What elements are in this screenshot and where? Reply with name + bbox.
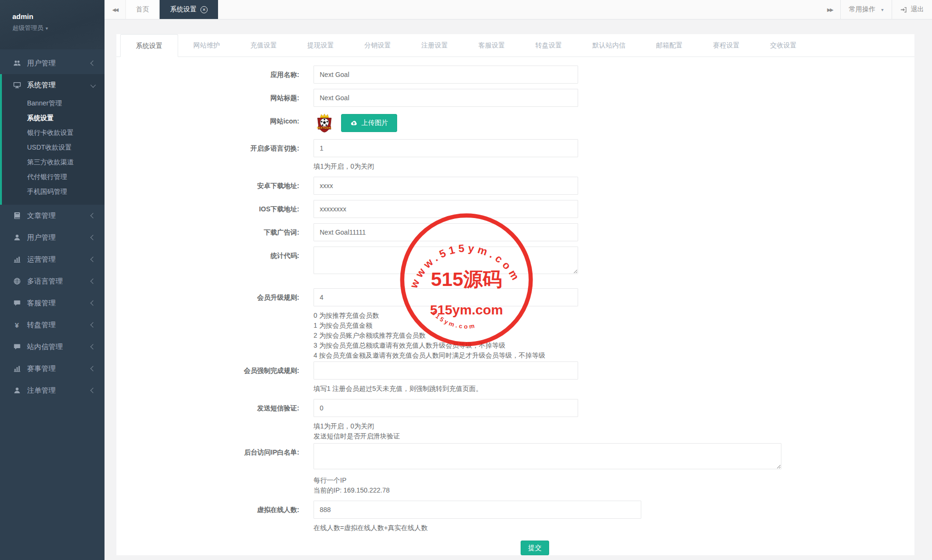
sidebar-item-label: 注单管理 — [27, 386, 91, 395]
username: admin — [12, 12, 105, 20]
sidebar-item-label: 站内信管理 — [27, 342, 91, 351]
scroll-tabs-left-button[interactable]: ◀◀ — [105, 0, 125, 19]
sidebar-item-match-mgmt[interactable]: 赛事管理 — [0, 358, 105, 380]
sidebar-item-article-mgmt[interactable]: 文章管理 — [0, 205, 105, 227]
users-icon — [12, 59, 21, 67]
submit-button[interactable]: 提交 — [521, 541, 549, 555]
sidebar-item-label: 用户管理 — [27, 233, 91, 242]
site-logo-image: NEXTGOAL — [314, 112, 335, 134]
sidebar-subitem-payout-bank-mgmt[interactable]: 代付银行管理 — [2, 170, 105, 184]
field-label: 虚拟在线人数: — [116, 501, 299, 533]
common-actions-dropdown[interactable]: 常用操作 ▾ — [841, 0, 892, 19]
tab-home-label: 首页 — [136, 5, 149, 14]
virtual-online-input[interactable] — [314, 501, 641, 519]
sidebar-subitem-third-party-channel[interactable]: 第三方收款渠道 — [2, 155, 105, 170]
sidebar-subitem-bankcard-collection[interactable]: 银行卡收款设置 — [2, 125, 105, 140]
tab-recharge-settings[interactable]: 充值设置 — [235, 34, 292, 57]
tab-customer-service-settings[interactable]: 客服设置 — [463, 34, 520, 57]
tab-system-settings[interactable]: 系统设置 — [120, 34, 178, 57]
comment-icon — [12, 343, 21, 351]
field-label: 发送短信验证: — [116, 399, 299, 441]
sidebar-item-system-mgmt[interactable]: 系统管理 — [2, 74, 105, 96]
scroll-tabs-right-button[interactable]: ▶▶ — [819, 0, 840, 19]
tab-home[interactable]: 首页 — [125, 0, 160, 19]
sidebar-item-bet-mgmt[interactable]: 注单管理 — [0, 380, 105, 401]
field-label: 会员升级规则: — [116, 288, 299, 361]
sidebar-item-user-mgmt[interactable]: 用户管理 — [0, 52, 105, 74]
field-help: 每行一个IP 当前的IP: 169.150.222.78 — [314, 475, 781, 495]
form-row-sms-verify: 发送短信验证: 填1为开启，0为关闭 发送短信时是否开启滑块验证 — [116, 399, 914, 441]
tab-site-maintenance[interactable]: 网站维护 — [178, 34, 235, 57]
upload-image-button[interactable]: 上传图片 — [341, 114, 397, 132]
field-label: IOS下载地址: — [116, 200, 299, 218]
tab-register-settings[interactable]: 注册设置 — [406, 34, 463, 57]
field-help: 填1为开启，0为关闭 — [314, 161, 578, 171]
tab-schedule-settings[interactable]: 赛程设置 — [698, 34, 755, 57]
cloud-upload-icon — [350, 119, 358, 127]
multilang-input[interactable] — [314, 139, 578, 157]
tab-default-message[interactable]: 默认站内信 — [577, 34, 641, 57]
tab-settlement-settings[interactable]: 交收设置 — [755, 34, 812, 57]
sidebar-item-label: 文章管理 — [27, 211, 91, 220]
site-title-input[interactable] — [314, 89, 578, 107]
field-label: 下载广告词: — [116, 223, 299, 241]
ad-words-input[interactable] — [314, 223, 578, 241]
force-rule-input[interactable] — [314, 361, 578, 380]
content-card: 系统设置 网站维护 充值设置 提现设置 分销设置 注册设置 客服设置 转盘设置 … — [116, 34, 914, 555]
sidebar-item-label: 运营管理 — [27, 255, 91, 264]
sidebar-subitem-usdt-collection[interactable]: USDT收款设置 — [2, 140, 105, 155]
yen-icon: ¥ — [12, 321, 21, 329]
form-footer: 提交 — [116, 541, 914, 555]
topbar-actions: ▶▶ 常用操作 ▾ 退出 — [819, 0, 932, 19]
sidebar-subitem-banner-mgmt[interactable]: Banner管理 — [2, 96, 105, 111]
sidebar-item-service-mgmt[interactable]: 客服管理 — [0, 292, 105, 314]
sidebar-submenu-system: Banner管理 系统设置 银行卡收款设置 USDT收款设置 第三方收款渠道 代… — [2, 96, 105, 205]
app-name-input[interactable] — [314, 66, 578, 84]
sidebar-item-wheel-mgmt[interactable]: ¥ 转盘管理 — [0, 314, 105, 336]
common-actions-label: 常用操作 — [849, 5, 875, 14]
chevron-left-icon — [90, 300, 95, 305]
field-help: 填写1 注册会员超过5天未充值，则强制跳转到充值页面。 — [314, 384, 578, 394]
tab-withdrawal-settings[interactable]: 提现设置 — [292, 34, 349, 57]
form-row-upgrade-rule: 会员升级规则: 0 为按推荐充值会员数 1 为按会员充值金额 2 为按会员账户余… — [116, 288, 914, 361]
sidebar-item-language-mgmt[interactable]: 多语言管理 — [0, 270, 105, 292]
chevron-left-icon — [90, 235, 95, 240]
chevron-left-icon — [90, 366, 95, 371]
sidebar-subitem-system-settings[interactable]: 系统设置 — [2, 111, 105, 125]
stats-code-textarea[interactable] — [314, 247, 578, 274]
sidebar-subitem-phone-code-mgmt[interactable]: 手机国码管理 — [2, 184, 105, 199]
field-help: 0 为按推荐充值会员数 1 为按会员充值金额 2 为按会员账户余额或推荐充值会员… — [314, 311, 578, 361]
sidebar-item-label: 转盘管理 — [27, 321, 91, 330]
settings-tab-bar: 系统设置 网站维护 充值设置 提现设置 分销设置 注册设置 客服设置 转盘设置 … — [116, 34, 914, 57]
close-icon[interactable]: × — [200, 6, 208, 13]
user-icon — [12, 387, 21, 394]
tab-distribution-settings[interactable]: 分销设置 — [349, 34, 406, 57]
tab-email-config[interactable]: 邮箱配置 — [641, 34, 698, 57]
field-label: 安卓下载地址: — [116, 177, 299, 195]
sms-verify-input[interactable] — [314, 399, 578, 417]
sidebar-item-label: 用户管理 — [27, 59, 91, 68]
logout-button[interactable]: 退出 — [892, 0, 932, 19]
sidebar-item-message-mgmt[interactable]: 站内信管理 — [0, 336, 105, 358]
globe-icon — [12, 277, 21, 285]
android-url-input[interactable] — [314, 177, 578, 195]
upgrade-rule-input[interactable] — [314, 288, 578, 306]
ip-whitelist-textarea[interactable] — [314, 443, 781, 469]
form-row-ios-url: IOS下载地址: — [116, 200, 914, 218]
sidebar-item-label: 赛事管理 — [27, 364, 91, 373]
tab-system-settings[interactable]: 系统设置 × — [160, 0, 218, 19]
sidebar-item-member-mgmt[interactable]: 用户管理 — [0, 227, 105, 248]
user-role-label: 超级管理员 — [12, 24, 43, 31]
sidebar-item-operation-mgmt[interactable]: 运营管理 — [0, 248, 105, 270]
ios-url-input[interactable] — [314, 200, 578, 218]
sidebar-item-label: 多语言管理 — [27, 277, 91, 286]
user-profile: admin 超级管理员▾ — [0, 0, 105, 49]
tab-wheel-settings[interactable]: 转盘设置 — [520, 34, 577, 57]
tab-system-settings-label: 系统设置 — [170, 5, 197, 14]
form-row-ip-whitelist: 后台访问IP白名单: 每行一个IP 当前的IP: 169.150.222.78 — [116, 443, 914, 495]
chevron-down-icon: ▾ — [881, 7, 884, 12]
chevron-left-icon — [90, 344, 95, 349]
user-role-dropdown[interactable]: 超级管理员▾ — [12, 24, 105, 32]
logout-label: 退出 — [911, 5, 924, 14]
topbar: ◀◀ 首页 系统设置 × ▶▶ 常用操作 ▾ 退出 — [105, 0, 932, 19]
